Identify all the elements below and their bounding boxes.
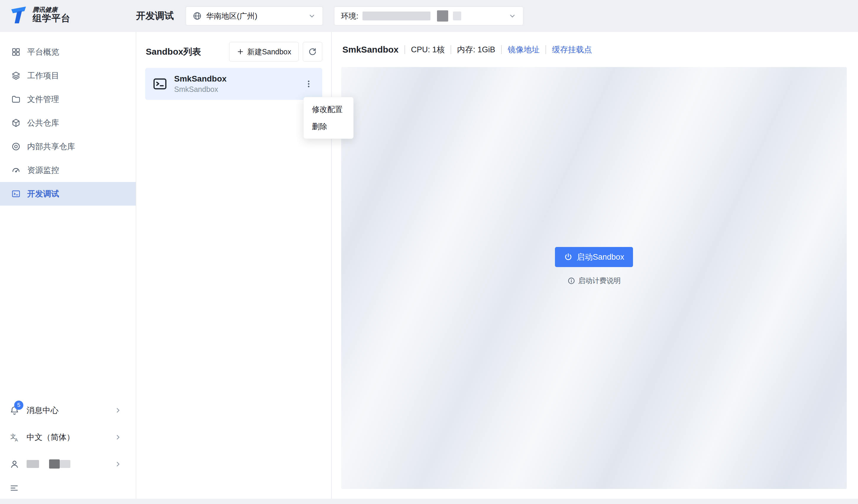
menu-item-delete[interactable]: 删除 [304,118,353,135]
redacted-env-value [437,10,448,21]
redacted-username [49,459,60,469]
message-center-item[interactable]: 5 消息中心 [0,397,136,424]
brand-name-large: 组学平台 [33,13,70,23]
sidebar-item-resource-monitoring[interactable]: 资源监控 [0,158,136,182]
language-selector-item[interactable]: 文 A 中文（简体） [0,424,136,451]
detail-title: SmkSandbox [343,45,399,55]
chevron-right-icon [114,406,122,414]
grid-icon [11,47,21,57]
billing-info-link[interactable]: 启动计费说明 [567,276,621,286]
notification-badge: 5 [14,401,23,410]
sidebar-item-label: 文件管理 [27,94,59,104]
top-header: 腾讯健康 组学平台 开发调试 华南地区(广州) 环境: [0,0,858,32]
chevron-down-icon [308,12,316,20]
page-title: 开发调试 [136,10,174,22]
chevron-right-icon [114,433,122,441]
brand-logo[interactable]: 腾讯健康 组学平台 [9,5,70,25]
sandbox-list-title: Sandbox列表 [146,46,201,58]
layers-icon [11,71,21,80]
context-menu: 修改配置 删除 [303,97,354,139]
region-value: 华南地区(广州) [206,11,304,21]
chevron-down-icon [508,12,517,20]
new-sandbox-button[interactable]: 新建Sandbox [229,42,299,62]
sidebar-item-label: 平台概览 [27,47,59,57]
target-icon [11,142,21,151]
menu-fold-icon [10,483,19,493]
new-sandbox-label: 新建Sandbox [247,47,291,57]
sidebar-item-platform-overview[interactable]: 平台概览 [0,40,136,64]
sidebar-item-file-management[interactable]: 文件管理 [0,87,136,111]
globe-icon [192,11,202,21]
brand-logo-icon [9,5,28,25]
billing-info-label: 启动计费说明 [578,276,621,286]
sidebar-item-label: 开发调试 [27,189,59,199]
start-sandbox-label: 启动Sandbox [577,252,624,262]
environment-label: 环境: [341,11,358,21]
user-icon [10,459,19,469]
power-icon [564,253,573,261]
detail-memory: 内存: 1GiB [457,44,495,55]
cache-mount-link[interactable]: 缓存挂载点 [552,44,592,55]
sandbox-detail-header: SmkSandbox CPU: 1核 内存: 1GiB 镜像地址 缓存挂载点 [332,32,858,67]
sidebar: 平台概览 工作项目 文件管理 公共仓库 [0,32,136,499]
sidebar-item-label: 内部共享仓库 [27,141,75,152]
collapse-sidebar-button[interactable] [0,477,136,499]
redacted-username [60,460,70,468]
svg-text:A: A [15,438,18,442]
sandbox-list-item[interactable]: SmkSandbox SmkSandbox [145,68,322,100]
chevron-right-icon [114,460,122,468]
sidebar-item-dev-debug[interactable]: 开发调试 [0,182,136,206]
sidebar-item-label: 公共仓库 [27,118,59,128]
start-sandbox-button[interactable]: 启动Sandbox [555,247,633,267]
environment-selector[interactable]: 环境: [334,6,523,26]
refresh-icon [308,47,317,56]
separator [501,45,502,54]
sidebar-footer: 5 消息中心 文 A 中文（简体） [0,397,136,499]
terminal-icon [152,76,168,92]
sandbox-stage: 启动Sandbox 启动计费说明 [341,67,847,489]
package-icon [11,118,21,128]
sidebar-item-public-repository[interactable]: 公共仓库 [0,111,136,135]
sandbox-list-panel: Sandbox列表 新建Sandbox S [136,32,331,499]
plus-icon [237,48,244,55]
user-account-item[interactable] [0,451,136,477]
separator [450,45,451,54]
redacted-username [27,460,39,468]
message-center-label: 消息中心 [27,405,59,416]
gauge-icon [11,165,21,175]
separator [404,45,405,54]
image-address-link[interactable]: 镜像地址 [508,44,540,55]
info-icon [567,277,575,285]
sandbox-item-name: SmkSandbox [174,74,226,84]
sandbox-detail-panel: SmkSandbox CPU: 1核 内存: 1GiB 镜像地址 缓存挂载点 启… [332,32,858,499]
refresh-button[interactable] [303,42,322,62]
debug-window-icon [11,189,21,198]
sandbox-item-description: SmkSandbox [174,85,226,94]
sidebar-nav: 平台概览 工作项目 文件管理 公共仓库 [0,32,136,206]
sidebar-item-label: 资源监控 [27,165,59,176]
detail-cpu: CPU: 1核 [411,44,445,55]
separator [545,45,546,54]
item-more-menu-button[interactable] [302,77,315,91]
sidebar-item-work-projects[interactable]: 工作项目 [0,64,136,87]
sidebar-item-internal-shared-repository[interactable]: 内部共享仓库 [0,135,136,158]
redacted-env-value [453,12,461,20]
folder-icon [11,95,21,104]
redacted-env-value [363,12,430,20]
region-selector[interactable]: 华南地区(广州) [186,6,323,26]
language-label: 中文（简体） [27,432,75,442]
brand-name-small: 腾讯健康 [33,6,70,13]
kebab-menu-icon [304,79,313,88]
menu-item-modify-config[interactable]: 修改配置 [304,101,353,118]
translate-icon: 文 A [10,432,19,442]
app-root: 腾讯健康 组学平台 开发调试 华南地区(广州) 环境: [0,0,858,504]
sidebar-item-label: 工作项目 [27,70,59,81]
